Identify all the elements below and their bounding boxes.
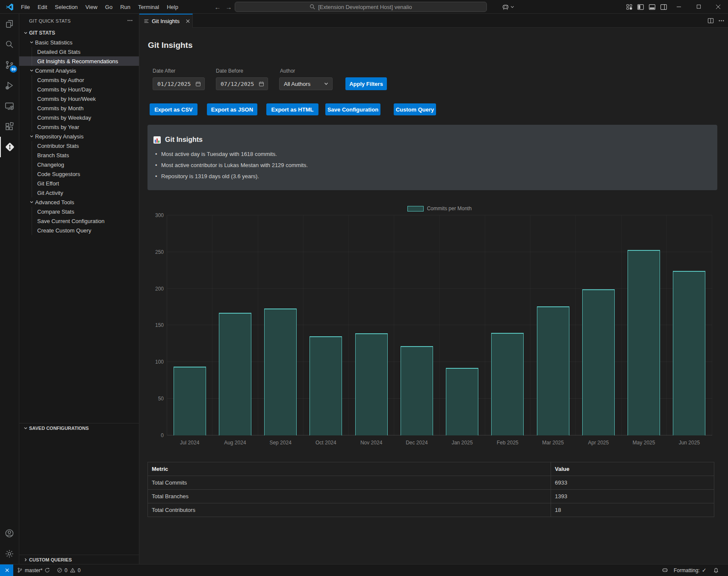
sidebar-item-code-suggestors[interactable]: Code Suggestors [19, 169, 139, 179]
sidebar-item-create-custom-query[interactable]: Create Custom Query [19, 226, 139, 235]
chevron-down-icon [28, 134, 35, 138]
customize-layout-icon[interactable] [625, 2, 634, 12]
menu-run[interactable]: Run [116, 3, 134, 12]
tree-item-label: Commits by Author [37, 77, 84, 83]
sidebar-item-commits-by-month[interactable]: Commits by Month [19, 103, 139, 113]
sidebar-item-advanced-tools[interactable]: Advanced Tools [19, 197, 139, 207]
menu-view[interactable]: View [82, 3, 101, 12]
remote-indicator[interactable] [0, 564, 13, 576]
vscode-window: FileEditSelectionViewGoRunTerminalHelp ←… [0, 0, 728, 576]
git-insights-webview: Git Insights Date After Date Before Auth… [139, 28, 728, 564]
sidebar-item-commits-by-hour-week[interactable]: Commits by Hour/Week [19, 94, 139, 103]
sidebar-more-actions-icon[interactable] [127, 18, 133, 24]
sidebar-item-repository-analysis[interactable]: Repository Analysis [19, 132, 139, 141]
activity-item-extensions[interactable] [0, 116, 19, 137]
nav-back-button[interactable]: ← [213, 2, 222, 12]
activity-item-git-quick-stats[interactable] [0, 137, 19, 157]
x-axis-label-may-2025: May 2025 [622, 435, 666, 446]
toggle-secondary-sidebar-icon[interactable] [659, 2, 668, 12]
tree-item-label: Branch Stats [37, 152, 69, 159]
menu-terminal[interactable]: Terminal [134, 3, 163, 12]
sidebar-item-commits-by-year[interactable]: Commits by Year [19, 122, 139, 132]
tree-item-label: Git Activity [37, 190, 63, 196]
date-before-input[interactable]: 07/12/2025 [216, 77, 268, 90]
sidebar-item-commit-analysis[interactable]: Commit Analysis [19, 66, 139, 75]
activity-item-run-debug[interactable] [0, 75, 19, 96]
sidebar-item-basic-statistics[interactable]: Basic Statistics [19, 38, 139, 47]
menu-go[interactable]: Go [101, 3, 116, 12]
editor-more-actions-icon[interactable] [718, 18, 725, 24]
sidebar-item-git-effort[interactable]: Git Effort [19, 179, 139, 188]
bar-dec-2024 [401, 346, 433, 435]
menu-edit[interactable]: Edit [34, 3, 51, 12]
sidebar-item-commits-by-weekday[interactable]: Commits by Weekday [19, 113, 139, 122]
menu-selection[interactable]: Selection [51, 3, 81, 12]
date-after-input[interactable]: 01/12/2025 [153, 77, 205, 90]
sidebar-item-commits-by-hour-day[interactable]: Commits by Hour/Day [19, 85, 139, 94]
activity-item-settings[interactable] [0, 544, 19, 564]
export-as-csv-button[interactable]: Export as CSV [150, 103, 197, 115]
apply-filters-button[interactable]: Apply Filters [345, 77, 387, 90]
close-window-button[interactable] [708, 0, 728, 13]
custom-query-button[interactable]: Custom Query [394, 103, 436, 115]
activity-item-search[interactable] [0, 34, 19, 55]
command-center-search[interactable]: [Extension Development Host] venalio [235, 2, 487, 12]
y-axis-tick-0: 0 [148, 432, 164, 438]
title-bar: FileEditSelectionViewGoRunTerminalHelp ←… [0, 0, 728, 14]
calendar-icon[interactable] [259, 81, 264, 87]
sidebar-item-git-activity[interactable]: Git Activity [19, 188, 139, 197]
bar-jun-2025 [673, 271, 705, 435]
copilot-icon[interactable] [500, 2, 510, 12]
toggle-panel-icon[interactable] [647, 2, 657, 12]
maximize-button[interactable] [689, 0, 708, 13]
section-saved-configurations[interactable]: SAVED CONFIGURATIONS [19, 423, 139, 432]
close-tab-icon[interactable] [184, 18, 192, 25]
insight-bullet: Most active day is Tuesday with 1618 com… [155, 149, 308, 160]
activity-item-explorer[interactable] [0, 14, 19, 34]
sidebar-item-commits-by-author[interactable]: Commits by Author [19, 75, 139, 85]
command-center-text: [Extension Development Host] venalio [318, 4, 412, 10]
bar-aug-2024 [219, 313, 251, 435]
bar-mar-2025 [537, 306, 569, 435]
table-cell: 1393 [551, 490, 714, 503]
activity-item-remote-explorer[interactable] [0, 96, 19, 116]
sidebar-item-save-current-configuration[interactable]: Save Current Configuration [19, 216, 139, 226]
insights-panel: Git Insights Most active day is Tuesday … [147, 125, 717, 190]
sidebar-item-compare-stats[interactable]: Compare Stats [19, 207, 139, 216]
branch-status-item[interactable]: master* [17, 564, 50, 576]
sidebar-item-git-insights-recommendations[interactable]: Git Insights & Recommendations [19, 56, 139, 66]
toggle-primary-sidebar-icon[interactable] [636, 2, 645, 12]
minimize-button[interactable] [669, 0, 689, 13]
section-custom-queries[interactable]: CUSTOM QUERIES [19, 555, 139, 564]
save-configuration-button[interactable]: Save Configuration [325, 103, 380, 115]
author-select[interactable]: All Authors [279, 77, 333, 90]
activity-item-source-control[interactable]: 89 [0, 55, 19, 75]
tree-item-label: Create Custom Query [37, 227, 91, 234]
split-editor-icon[interactable] [707, 18, 714, 24]
formatting-status-item[interactable]: Formatting: ✓ [674, 564, 707, 576]
tree-item-label: Detailed Git Stats [37, 49, 80, 55]
menu-help[interactable]: Help [163, 3, 182, 12]
calendar-icon[interactable] [195, 81, 201, 87]
sidebar-item-detailed-git-stats[interactable]: Detailed Git Stats [19, 47, 139, 56]
activity-item-account[interactable] [0, 523, 19, 544]
chart-column-dec-2024: Dec 2024 [394, 215, 439, 435]
sidebar-item-changelog[interactable]: Changelog [19, 160, 139, 169]
notifications-bell-item[interactable] [713, 564, 719, 576]
tab-git-insights[interactable]: Git Insights [139, 14, 193, 28]
problems-status-item[interactable]: 0 0 [57, 564, 80, 576]
sidebar-item-branch-stats[interactable]: Branch Stats [19, 150, 139, 160]
export-as-json-button[interactable]: Export as JSON [207, 103, 257, 115]
nav-forward-button[interactable]: → [224, 2, 233, 12]
legend-swatch [407, 206, 424, 212]
sidebar-item-contributor-stats[interactable]: Contributor Stats [19, 141, 139, 150]
menu-file[interactable]: File [17, 3, 34, 12]
copilot-status-item[interactable] [662, 564, 668, 576]
y-axis-tick-200: 200 [148, 286, 164, 292]
y-axis-tick-100: 100 [148, 359, 164, 365]
copilot-chevron-down-icon[interactable] [510, 2, 515, 12]
sidebar-item-git-stats[interactable]: GIT STATS [19, 28, 139, 38]
chart-legend[interactable]: Commits per Month [167, 206, 712, 212]
explorer-icon [4, 19, 15, 29]
export-as-html-button[interactable]: Export as HTML [266, 103, 318, 115]
